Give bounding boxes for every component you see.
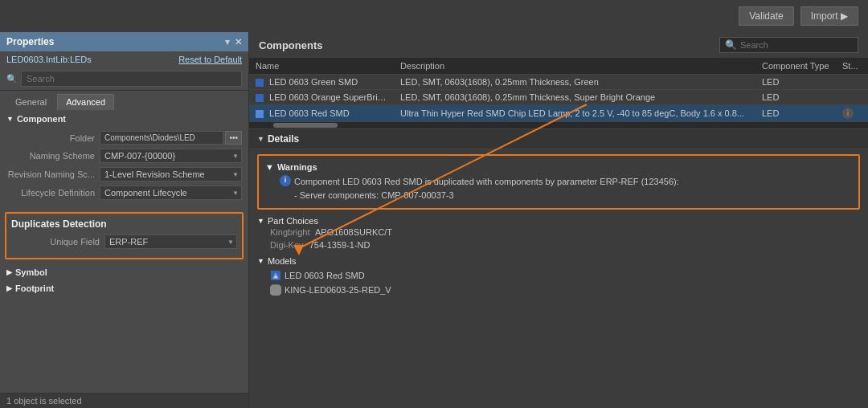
- table-row-selected[interactable]: LED 0603 Red SMD Ultra Thin Hyper Red SM…: [249, 105, 868, 122]
- unique-field-row: Unique Field ERP-REF: [11, 235, 237, 249]
- components-header: Components 🔍: [249, 32, 868, 58]
- part-choices-title: Part Choices: [268, 216, 318, 226]
- part-choices-header[interactable]: ▼ Part Choices: [257, 216, 860, 226]
- model-led-icon: [270, 270, 281, 281]
- row-type: LED: [755, 90, 836, 105]
- models-section: ▼ Models LED 0603 Red SMD: [257, 256, 860, 297]
- unique-field-label: Unique Field: [11, 237, 100, 247]
- part-choices-section: ▼ Part Choices Kingbright APG1608SURKC/T…: [257, 216, 860, 251]
- model-item-led: LED 0603 Red SMD: [257, 268, 860, 283]
- led-icon-selected: [256, 110, 264, 118]
- left-search-input[interactable]: [21, 71, 242, 87]
- model-fp-icon: [270, 284, 281, 296]
- pin-icon[interactable]: ▾: [225, 37, 230, 47]
- left-panel: Properties ▾ ✕ LED0603.IntLib:LEDs Reset…: [0, 32, 249, 408]
- col-desc-header: Description: [394, 58, 755, 75]
- component-section-content: Folder ••• Naming Scheme CMP-007-{00000}…: [0, 128, 248, 207]
- warning-message: Component LED 0603 Red SMD is duplicated…: [294, 175, 679, 202]
- lifecycle-row: Lifecycle Definition Component Lifecycle: [6, 186, 242, 200]
- row-type: LED: [755, 105, 836, 122]
- details-arrow-icon: ▼: [257, 135, 264, 143]
- row-desc: LED, SMT, 0603(1608), 0.25mm Thickness, …: [394, 75, 755, 90]
- row-name: LED 0603 Orange SuperBright: [249, 90, 394, 105]
- folder-input[interactable]: [100, 131, 223, 145]
- symbol-section-header[interactable]: ▶ Symbol: [6, 267, 242, 277]
- tabs-row: General Advanced: [0, 91, 248, 110]
- warning-box: ▼ Warnings i Component LED 0603 Red SMD …: [257, 154, 860, 210]
- right-panel-wrapper: Components 🔍 Name Description Component …: [249, 32, 868, 408]
- row-status: i: [836, 105, 868, 122]
- components-search-input[interactable]: [740, 40, 853, 50]
- validate-button[interactable]: Validate: [739, 6, 793, 26]
- left-search-bar: 🔍: [0, 67, 248, 91]
- part-label-kingbright: Kingbright: [270, 227, 310, 237]
- scrollbar-thumb[interactable]: [273, 123, 338, 128]
- components-search-icon: 🔍: [725, 39, 737, 51]
- col-type-header: Component Type: [755, 58, 836, 75]
- tab-general[interactable]: General: [6, 94, 55, 110]
- row-name: LED 0603 Red SMD: [249, 105, 394, 122]
- revision-naming-wrap: 1-Level Revision Scheme: [100, 167, 242, 182]
- info-icon[interactable]: i: [842, 108, 854, 119]
- row-status: [836, 90, 868, 105]
- row-desc: LED, SMT, 0603(1608), 0.25mm Thickness, …: [394, 90, 755, 105]
- revision-naming-row: Revision Naming Sc... 1-Level Revision S…: [6, 167, 242, 182]
- table-row[interactable]: LED 0603 Orange SuperBright LED, SMT, 06…: [249, 90, 868, 105]
- part-value-kingbright: APG1608SURKC/T: [315, 227, 392, 237]
- led-icon: [256, 79, 264, 87]
- status-text: 1 object is selected: [6, 396, 82, 406]
- symbol-section-title: Symbol: [15, 267, 47, 277]
- unique-field-select[interactable]: ERP-REF: [104, 235, 237, 249]
- row-type: LED: [755, 75, 836, 90]
- row-name: LED 0603 Green SMD: [249, 75, 394, 90]
- lifecycle-wrap: Component Lifecycle: [100, 186, 242, 200]
- part-label-digikey: Digi-Key: [270, 240, 304, 250]
- led-icon: [256, 94, 264, 102]
- lib-name-text: LED0603.IntLib:LEDs: [6, 55, 92, 64]
- part-choices-arrow-icon: ▼: [257, 217, 264, 225]
- components-table: Name Description Component Type St... LE…: [249, 58, 868, 122]
- naming-scheme-select[interactable]: CMP-007-{00000}: [100, 149, 242, 163]
- reset-to-default-link[interactable]: Reset to Default: [178, 55, 242, 64]
- model-item-fp: KING-LED0603-25-RED_V: [257, 283, 860, 297]
- folder-label: Folder: [6, 133, 95, 143]
- lifecycle-select[interactable]: Component Lifecycle: [100, 186, 242, 200]
- models-title: Models: [268, 256, 296, 266]
- symbol-arrow-icon: ▶: [6, 268, 12, 276]
- right-panel: Components 🔍 Name Description Component …: [249, 32, 868, 408]
- model-name-led: LED 0603 Red SMD: [285, 271, 365, 280]
- component-section-title: Component: [17, 114, 66, 124]
- import-button[interactable]: Import ▶: [800, 6, 858, 26]
- duplicates-detection-section: Duplicates Detection Unique Field ERP-RE…: [5, 212, 244, 259]
- close-icon[interactable]: ✕: [235, 37, 242, 47]
- folder-dots-button[interactable]: •••: [225, 131, 242, 145]
- top-bar: Validate Import ▶: [0, 0, 868, 32]
- details-header[interactable]: ▼ Details: [249, 129, 868, 149]
- table-row[interactable]: LED 0603 Green SMD LED, SMT, 0603(1608),…: [249, 75, 868, 90]
- panel-header: Properties ▾ ✕: [0, 32, 248, 51]
- header-controls: ▾ ✕: [225, 37, 242, 47]
- horizontal-scrollbar[interactable]: [249, 122, 868, 129]
- col-st-header: St...: [836, 58, 868, 75]
- search-icon: 🔍: [6, 74, 18, 84]
- footprint-section-header[interactable]: ▶ Footprint: [6, 284, 242, 293]
- tab-advanced[interactable]: Advanced: [57, 94, 114, 110]
- folder-row: Folder •••: [6, 131, 242, 145]
- folder-value: •••: [100, 131, 242, 145]
- revision-naming-select[interactable]: 1-Level Revision Scheme: [100, 167, 242, 182]
- warning-line2: - Server components: CMP-007-00037-3: [294, 189, 679, 202]
- naming-scheme-label: Naming Scheme: [6, 151, 95, 161]
- lib-name-row: LED0603.IntLib:LEDs Reset to Default: [0, 51, 248, 67]
- component-arrow-icon: ▼: [6, 115, 14, 123]
- components-title: Components: [259, 39, 322, 51]
- row-desc: Ultra Thin Hyper Red SMD Chip LED Lamp, …: [394, 105, 755, 122]
- duplicates-title: Duplicates Detection: [11, 218, 237, 230]
- footprint-arrow-icon: ▶: [6, 284, 12, 292]
- svg-point-4: [275, 276, 277, 279]
- lifecycle-label: Lifecycle Definition: [6, 188, 95, 198]
- component-section-header[interactable]: ▼ Component: [0, 110, 248, 128]
- symbol-section: ▶ Symbol: [0, 264, 248, 280]
- details-content: ▼ Warnings i Component LED 0603 Red SMD …: [249, 149, 868, 302]
- footprint-section-title: Footprint: [15, 284, 54, 293]
- models-header[interactable]: ▼ Models: [257, 256, 860, 266]
